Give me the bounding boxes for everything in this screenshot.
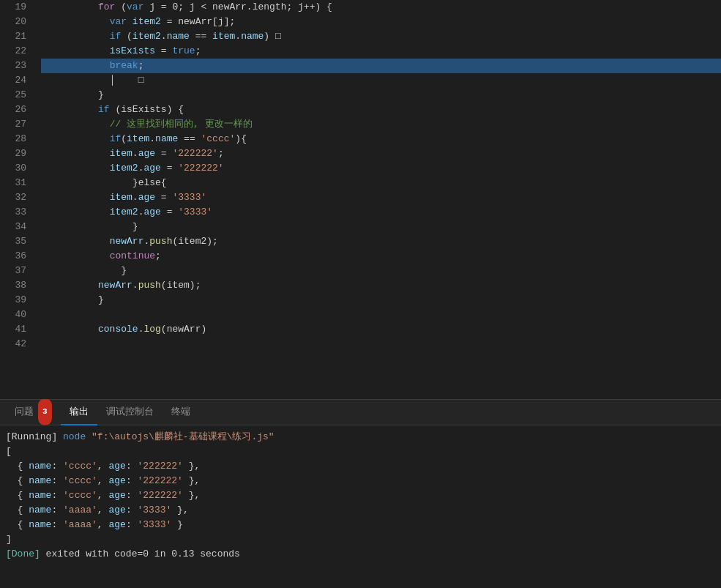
code-line-35: newArr.push(item2); — [41, 234, 721, 249]
line-number-37: 37 — [6, 264, 26, 278]
line-number-32: 32 — [6, 190, 26, 205]
code-line-28: if(item.name == 'cccc'){ — [41, 132, 721, 146]
line-number-24: 24 — [6, 73, 26, 88]
code-line-26: if (isExists) { — [41, 103, 721, 117]
bottom-panel: 问题3输出调试控制台终端 [Running] node "f:\autojs\麒… — [0, 399, 721, 588]
line-number-29: 29 — [6, 146, 26, 161]
code-line-31: }else{ — [41, 176, 721, 190]
line-numbers: 1920212223242526272829303132333435363738… — [0, 0, 35, 399]
line-number-31: 31 — [6, 176, 26, 190]
code-line-40 — [41, 308, 721, 322]
output-line: { name: 'aaaa', age: '3333' }, — [6, 503, 715, 518]
line-number-20: 20 — [6, 15, 26, 29]
line-number-30: 30 — [6, 161, 26, 176]
code-line-23: break; — [41, 59, 721, 73]
line-number-19: 19 — [6, 0, 26, 15]
output-line: { name: 'cccc', age: '222222' }, — [6, 474, 715, 488]
code-line-20: var item2 = newArr[j]; — [41, 15, 721, 29]
code-line-24: │ □ — [41, 73, 721, 88]
panel-tabs: 问题3输出调试控制台终端 — [0, 400, 721, 425]
code-line-29: item.age = '222222'; — [41, 146, 721, 161]
code-content: for (var j = 0; j < newArr.length; j++) … — [35, 0, 721, 399]
code-line-34: } — [41, 220, 721, 234]
line-number-36: 36 — [6, 249, 26, 264]
output-line: [ — [6, 444, 715, 459]
code-line-25: } — [41, 88, 721, 103]
code-line-38: newArr.push(item); — [41, 278, 721, 293]
code-line-33: item2.age = '3333' — [41, 205, 721, 220]
line-number-34: 34 — [6, 220, 26, 234]
panel-tab-问题[interactable]: 问题3 — [6, 400, 61, 425]
code-line-39: } — [41, 293, 721, 308]
line-number-25: 25 — [6, 88, 26, 103]
line-number-22: 22 — [6, 44, 26, 59]
line-number-26: 26 — [6, 103, 26, 117]
code-line-22: isExists = true; — [41, 44, 721, 59]
panel-output: [Running] node "f:\autojs\麒麟社-基础课程\练习.js… — [0, 425, 721, 588]
line-number-40: 40 — [6, 308, 26, 322]
code-line-30: item2.age = '222222' — [41, 161, 721, 176]
line-number-28: 28 — [6, 132, 26, 146]
line-number-39: 39 — [6, 293, 26, 308]
code-line-37: } — [41, 264, 721, 278]
line-number-33: 33 — [6, 205, 26, 220]
code-line-27: // 这里找到相同的, 更改一样的 — [41, 117, 721, 132]
code-line-42 — [41, 337, 721, 351]
panel-tab-终端[interactable]: 终端 — [162, 400, 199, 425]
code-line-19: for (var j = 0; j < newArr.length; j++) … — [41, 0, 721, 15]
panel-tab-调试控制台[interactable]: 调试控制台 — [97, 400, 162, 425]
line-number-27: 27 — [6, 117, 26, 132]
line-number-35: 35 — [6, 234, 26, 249]
code-line-41: console.log(newArr) — [41, 322, 721, 337]
code-line-32: item.age = '3333' — [41, 190, 721, 205]
line-number-38: 38 — [6, 278, 26, 293]
running-line: [Running] node "f:\autojs\麒麟社-基础课程\练习.js… — [6, 430, 715, 444]
done-line: [Done] exited with code=0 in 0.13 second… — [6, 547, 715, 562]
line-number-41: 41 — [6, 322, 26, 337]
panel-tab-输出[interactable]: 输出 — [61, 400, 97, 425]
line-number-42: 42 — [6, 337, 26, 351]
code-editor: 1920212223242526272829303132333435363738… — [0, 0, 721, 399]
output-line: { name: 'cccc', age: '222222' }, — [6, 488, 715, 503]
output-line: { name: 'cccc', age: '222222' }, — [6, 459, 715, 474]
output-line: { name: 'aaaa', age: '3333' } — [6, 518, 715, 532]
code-line-21: if (item2.name == item.name) □ — [41, 29, 721, 44]
badge-问题: 3 — [38, 398, 52, 425]
line-number-21: 21 — [6, 29, 26, 44]
line-number-23: 23 — [6, 59, 26, 73]
code-line-36: continue; — [41, 249, 721, 264]
output-line: ] — [6, 532, 715, 547]
